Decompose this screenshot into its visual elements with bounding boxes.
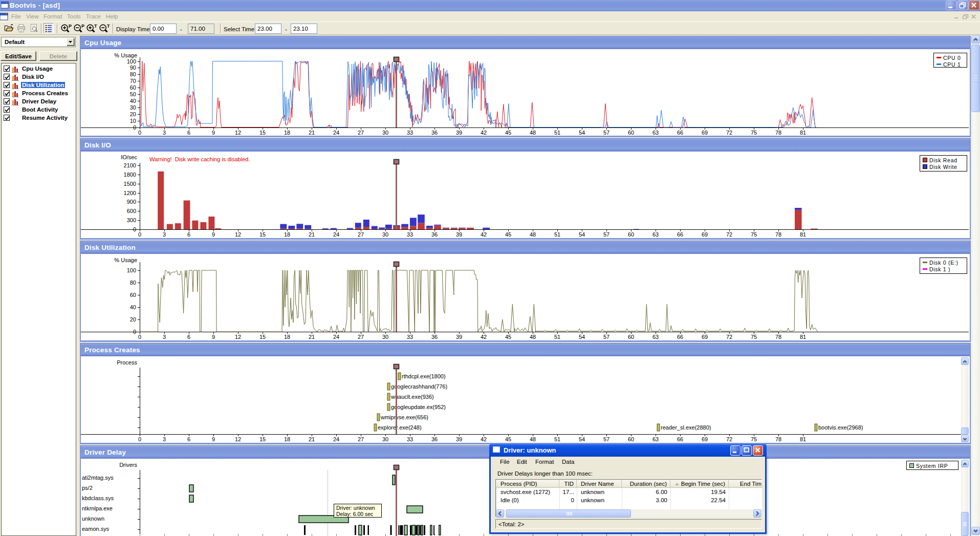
svg-text:100: 100 — [127, 267, 136, 273]
svg-text:36: 36 — [431, 436, 438, 442]
svg-text:36: 36 — [431, 334, 438, 340]
svg-text:33: 33 — [407, 436, 413, 442]
svg-text:15: 15 — [259, 334, 266, 340]
svg-text:50: 50 — [130, 91, 136, 97]
svg-text:81: 81 — [800, 231, 806, 238]
svg-text:24: 24 — [333, 436, 339, 442]
svg-text:wmiprvse.exe(656): wmiprvse.exe(656) — [380, 414, 428, 420]
svg-text:78: 78 — [775, 334, 781, 340]
svg-text:51: 51 — [554, 130, 560, 136]
svg-text:24: 24 — [333, 130, 339, 136]
svg-text:54: 54 — [579, 130, 585, 136]
svg-text:ps/2: ps/2 — [82, 485, 93, 491]
svg-text:300: 300 — [127, 217, 136, 223]
svg-text:10: 10 — [130, 118, 136, 124]
svg-text:1500: 1500 — [124, 181, 136, 187]
svg-text:81: 81 — [800, 334, 806, 340]
svg-text:2100: 2100 — [124, 162, 136, 168]
svg-text:39: 39 — [456, 231, 462, 238]
svg-text:63: 63 — [652, 436, 659, 442]
svg-text:IO/sec: IO/sec — [121, 154, 137, 160]
svg-text:69: 69 — [702, 334, 708, 340]
svg-text:42: 42 — [481, 231, 487, 238]
svg-text:40: 40 — [130, 304, 136, 310]
svg-text:9: 9 — [212, 334, 215, 340]
svg-text:30: 30 — [382, 231, 388, 238]
svg-text:36: 36 — [431, 130, 438, 136]
svg-text:21: 21 — [309, 231, 315, 238]
svg-text:24: 24 — [333, 334, 339, 340]
svg-text:3: 3 — [163, 130, 166, 136]
svg-text:45: 45 — [505, 231, 511, 238]
svg-text:24: 24 — [333, 231, 339, 238]
svg-text:27: 27 — [358, 231, 364, 238]
svg-text:T: T — [107, 24, 110, 29]
svg-text:39: 39 — [456, 334, 462, 340]
svg-text:googleupdate.ex(952): googleupdate.ex(952) — [391, 404, 446, 410]
svg-text:69: 69 — [702, 130, 708, 136]
svg-text:3: 3 — [163, 334, 166, 340]
svg-text:54: 54 — [579, 231, 585, 238]
svg-text:P: P — [81, 24, 84, 29]
svg-text:T: T — [94, 24, 97, 29]
svg-text:57: 57 — [603, 334, 609, 340]
svg-text:72: 72 — [726, 231, 732, 238]
svg-text:60: 60 — [130, 84, 136, 91]
svg-text:81: 81 — [800, 436, 806, 442]
svg-text:9: 9 — [212, 130, 215, 136]
svg-text:54: 54 — [579, 436, 585, 442]
svg-text:48: 48 — [530, 130, 536, 136]
svg-text:kbdclass.sys: kbdclass.sys — [82, 495, 114, 501]
svg-text:21: 21 — [309, 334, 315, 340]
svg-text:60: 60 — [628, 436, 634, 442]
svg-text:57: 57 — [603, 231, 609, 238]
svg-text:66: 66 — [677, 231, 683, 238]
svg-text:% Usage: % Usage — [114, 52, 137, 58]
svg-text:27: 27 — [358, 436, 364, 442]
svg-text:0: 0 — [138, 436, 141, 442]
svg-text:eamon.sys: eamon.sys — [82, 526, 110, 532]
svg-text:0: 0 — [138, 231, 141, 238]
svg-text:69: 69 — [702, 436, 708, 442]
svg-text:6: 6 — [187, 130, 190, 136]
svg-text:30: 30 — [382, 334, 388, 340]
svg-text:78: 78 — [775, 436, 781, 442]
svg-text:33: 33 — [407, 334, 413, 340]
svg-text:18: 18 — [284, 130, 290, 136]
svg-text:rthdcpl.exe(1800): rthdcpl.exe(1800) — [402, 373, 446, 379]
svg-text:70: 70 — [130, 78, 136, 84]
svg-text:48: 48 — [530, 436, 536, 442]
svg-text:18: 18 — [284, 436, 290, 442]
svg-text:reader_sl.exe(2880): reader_sl.exe(2880) — [661, 424, 711, 431]
svg-text:63: 63 — [652, 334, 659, 340]
svg-text:1200: 1200 — [124, 190, 136, 196]
svg-text:30: 30 — [382, 436, 388, 442]
svg-text:60: 60 — [130, 292, 136, 298]
svg-text:39: 39 — [456, 436, 462, 442]
svg-text:45: 45 — [505, 436, 511, 442]
svg-text:P: P — [69, 24, 72, 29]
svg-text:72: 72 — [726, 436, 732, 442]
svg-text:60: 60 — [628, 334, 634, 340]
svg-text:9: 9 — [212, 436, 215, 442]
svg-text:21: 21 — [309, 436, 315, 442]
svg-text:9: 9 — [212, 231, 215, 238]
svg-text:48: 48 — [530, 231, 536, 238]
svg-text:12: 12 — [235, 130, 241, 136]
svg-text:bootvis.exe(2968): bootvis.exe(2968) — [818, 424, 863, 431]
svg-text:63: 63 — [652, 130, 659, 136]
svg-text:0: 0 — [138, 334, 141, 340]
svg-text:66: 66 — [677, 334, 683, 340]
svg-text:0: 0 — [138, 130, 141, 136]
svg-text:45: 45 — [505, 334, 511, 340]
svg-text:51: 51 — [554, 231, 560, 238]
svg-text:51: 51 — [554, 334, 560, 340]
svg-text:33: 33 — [407, 130, 413, 136]
svg-text:66: 66 — [677, 130, 683, 136]
svg-text:57: 57 — [603, 130, 609, 136]
svg-text:60: 60 — [628, 231, 634, 238]
svg-text:75: 75 — [751, 436, 757, 442]
svg-text:27: 27 — [358, 334, 364, 340]
svg-text:6: 6 — [187, 436, 190, 442]
svg-text:12: 12 — [235, 231, 241, 238]
